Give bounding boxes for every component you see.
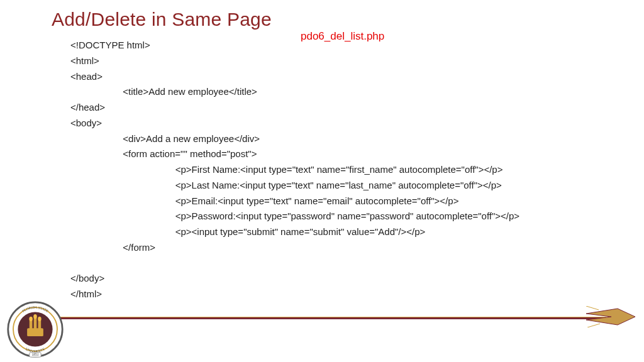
svg-line-2 — [587, 324, 600, 327]
seal-year: 1851 — [31, 353, 38, 356]
svg-line-1 — [586, 306, 599, 310]
svg-point-11 — [33, 314, 37, 319]
university-seal-icon: FLORIDA STATE UNIVERSITY 1851 — [6, 300, 64, 358]
svg-rect-8 — [34, 318, 37, 329]
svg-marker-0 — [586, 309, 635, 325]
slide-title: Add/Delete in Same Page — [52, 9, 272, 30]
slide: Add/Delete in Same Page pdo6_del_list.ph… — [0, 0, 644, 362]
spear-icon — [586, 306, 636, 327]
divider-spear — [0, 309, 644, 328]
svg-rect-9 — [38, 320, 42, 329]
divider-line — [57, 317, 606, 319]
code-block: <!DOCTYPE html> <html> <head> <title>Add… — [70, 38, 519, 302]
svg-point-10 — [29, 317, 33, 321]
svg-rect-7 — [30, 320, 33, 329]
svg-rect-6 — [27, 328, 43, 336]
svg-point-12 — [38, 317, 42, 321]
